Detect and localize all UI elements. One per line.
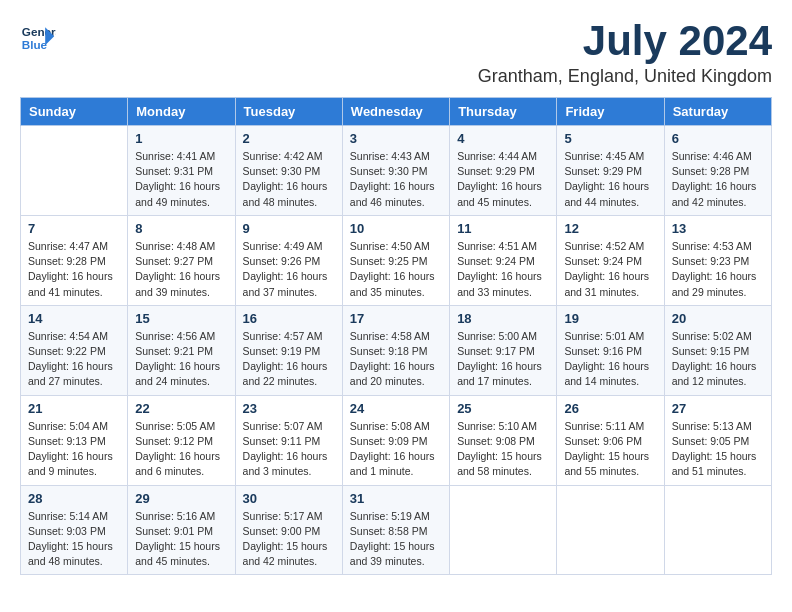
day-number: 20: [672, 311, 764, 326]
calendar-cell: 4Sunrise: 4:44 AM Sunset: 9:29 PM Daylig…: [450, 126, 557, 216]
calendar-cell: 21Sunrise: 5:04 AM Sunset: 9:13 PM Dayli…: [21, 395, 128, 485]
calendar-cell: 30Sunrise: 5:17 AM Sunset: 9:00 PM Dayli…: [235, 485, 342, 575]
day-info: Sunrise: 4:56 AM Sunset: 9:21 PM Dayligh…: [135, 329, 227, 390]
day-info: Sunrise: 4:45 AM Sunset: 9:29 PM Dayligh…: [564, 149, 656, 210]
day-info: Sunrise: 5:11 AM Sunset: 9:06 PM Dayligh…: [564, 419, 656, 480]
day-info: Sunrise: 4:44 AM Sunset: 9:29 PM Dayligh…: [457, 149, 549, 210]
header-cell-tuesday: Tuesday: [235, 98, 342, 126]
title-area: July 2024 Grantham, England, United King…: [478, 20, 772, 87]
calendar-cell: 1Sunrise: 4:41 AM Sunset: 9:31 PM Daylig…: [128, 126, 235, 216]
day-info: Sunrise: 5:02 AM Sunset: 9:15 PM Dayligh…: [672, 329, 764, 390]
day-info: Sunrise: 5:05 AM Sunset: 9:12 PM Dayligh…: [135, 419, 227, 480]
day-number: 10: [350, 221, 442, 236]
header-cell-saturday: Saturday: [664, 98, 771, 126]
day-number: 8: [135, 221, 227, 236]
day-number: 3: [350, 131, 442, 146]
day-number: 18: [457, 311, 549, 326]
day-number: 11: [457, 221, 549, 236]
calendar-cell: 8Sunrise: 4:48 AM Sunset: 9:27 PM Daylig…: [128, 215, 235, 305]
day-number: 2: [243, 131, 335, 146]
calendar-table: SundayMondayTuesdayWednesdayThursdayFrid…: [20, 97, 772, 575]
header-cell-friday: Friday: [557, 98, 664, 126]
header-cell-wednesday: Wednesday: [342, 98, 449, 126]
day-info: Sunrise: 4:42 AM Sunset: 9:30 PM Dayligh…: [243, 149, 335, 210]
day-number: 21: [28, 401, 120, 416]
calendar-cell: 24Sunrise: 5:08 AM Sunset: 9:09 PM Dayli…: [342, 395, 449, 485]
month-title: July 2024: [478, 20, 772, 62]
calendar-cell: [21, 126, 128, 216]
calendar-cell: 15Sunrise: 4:56 AM Sunset: 9:21 PM Dayli…: [128, 305, 235, 395]
calendar-cell: 2Sunrise: 4:42 AM Sunset: 9:30 PM Daylig…: [235, 126, 342, 216]
calendar-cell: 22Sunrise: 5:05 AM Sunset: 9:12 PM Dayli…: [128, 395, 235, 485]
calendar-cell: 28Sunrise: 5:14 AM Sunset: 9:03 PM Dayli…: [21, 485, 128, 575]
day-info: Sunrise: 5:07 AM Sunset: 9:11 PM Dayligh…: [243, 419, 335, 480]
header-row: SundayMondayTuesdayWednesdayThursdayFrid…: [21, 98, 772, 126]
day-info: Sunrise: 5:19 AM Sunset: 8:58 PM Dayligh…: [350, 509, 442, 570]
day-number: 15: [135, 311, 227, 326]
day-number: 1: [135, 131, 227, 146]
calendar-cell: 19Sunrise: 5:01 AM Sunset: 9:16 PM Dayli…: [557, 305, 664, 395]
location-title: Grantham, England, United Kingdom: [478, 66, 772, 87]
svg-text:Blue: Blue: [22, 38, 48, 51]
calendar-cell: 31Sunrise: 5:19 AM Sunset: 8:58 PM Dayli…: [342, 485, 449, 575]
day-number: 16: [243, 311, 335, 326]
day-number: 26: [564, 401, 656, 416]
day-info: Sunrise: 4:57 AM Sunset: 9:19 PM Dayligh…: [243, 329, 335, 390]
day-number: 22: [135, 401, 227, 416]
calendar-cell: 6Sunrise: 4:46 AM Sunset: 9:28 PM Daylig…: [664, 126, 771, 216]
header: General Blue July 2024 Grantham, England…: [20, 20, 772, 87]
header-cell-monday: Monday: [128, 98, 235, 126]
day-info: Sunrise: 4:46 AM Sunset: 9:28 PM Dayligh…: [672, 149, 764, 210]
day-number: 7: [28, 221, 120, 236]
day-number: 17: [350, 311, 442, 326]
day-info: Sunrise: 4:54 AM Sunset: 9:22 PM Dayligh…: [28, 329, 120, 390]
day-info: Sunrise: 5:00 AM Sunset: 9:17 PM Dayligh…: [457, 329, 549, 390]
day-info: Sunrise: 5:01 AM Sunset: 9:16 PM Dayligh…: [564, 329, 656, 390]
calendar-cell: 11Sunrise: 4:51 AM Sunset: 9:24 PM Dayli…: [450, 215, 557, 305]
calendar-cell: 20Sunrise: 5:02 AM Sunset: 9:15 PM Dayli…: [664, 305, 771, 395]
day-number: 27: [672, 401, 764, 416]
week-row-4: 21Sunrise: 5:04 AM Sunset: 9:13 PM Dayli…: [21, 395, 772, 485]
day-info: Sunrise: 5:16 AM Sunset: 9:01 PM Dayligh…: [135, 509, 227, 570]
day-info: Sunrise: 4:41 AM Sunset: 9:31 PM Dayligh…: [135, 149, 227, 210]
day-number: 9: [243, 221, 335, 236]
day-number: 14: [28, 311, 120, 326]
day-number: 5: [564, 131, 656, 146]
day-number: 12: [564, 221, 656, 236]
day-info: Sunrise: 4:53 AM Sunset: 9:23 PM Dayligh…: [672, 239, 764, 300]
day-info: Sunrise: 4:49 AM Sunset: 9:26 PM Dayligh…: [243, 239, 335, 300]
day-number: 4: [457, 131, 549, 146]
day-number: 25: [457, 401, 549, 416]
day-number: 24: [350, 401, 442, 416]
day-number: 30: [243, 491, 335, 506]
day-number: 6: [672, 131, 764, 146]
calendar-cell: 7Sunrise: 4:47 AM Sunset: 9:28 PM Daylig…: [21, 215, 128, 305]
calendar-cell: 13Sunrise: 4:53 AM Sunset: 9:23 PM Dayli…: [664, 215, 771, 305]
day-info: Sunrise: 4:58 AM Sunset: 9:18 PM Dayligh…: [350, 329, 442, 390]
calendar-cell: 26Sunrise: 5:11 AM Sunset: 9:06 PM Dayli…: [557, 395, 664, 485]
header-cell-thursday: Thursday: [450, 98, 557, 126]
day-info: Sunrise: 4:48 AM Sunset: 9:27 PM Dayligh…: [135, 239, 227, 300]
day-info: Sunrise: 4:47 AM Sunset: 9:28 PM Dayligh…: [28, 239, 120, 300]
week-row-3: 14Sunrise: 4:54 AM Sunset: 9:22 PM Dayli…: [21, 305, 772, 395]
logo-icon: General Blue: [20, 20, 56, 56]
week-row-1: 1Sunrise: 4:41 AM Sunset: 9:31 PM Daylig…: [21, 126, 772, 216]
day-number: 23: [243, 401, 335, 416]
day-info: Sunrise: 4:43 AM Sunset: 9:30 PM Dayligh…: [350, 149, 442, 210]
calendar-cell: [450, 485, 557, 575]
header-cell-sunday: Sunday: [21, 98, 128, 126]
day-info: Sunrise: 4:52 AM Sunset: 9:24 PM Dayligh…: [564, 239, 656, 300]
calendar-cell: 25Sunrise: 5:10 AM Sunset: 9:08 PM Dayli…: [450, 395, 557, 485]
calendar-cell: 16Sunrise: 4:57 AM Sunset: 9:19 PM Dayli…: [235, 305, 342, 395]
calendar-cell: 12Sunrise: 4:52 AM Sunset: 9:24 PM Dayli…: [557, 215, 664, 305]
calendar-cell: 14Sunrise: 4:54 AM Sunset: 9:22 PM Dayli…: [21, 305, 128, 395]
calendar-cell: 10Sunrise: 4:50 AM Sunset: 9:25 PM Dayli…: [342, 215, 449, 305]
calendar-cell: 23Sunrise: 5:07 AM Sunset: 9:11 PM Dayli…: [235, 395, 342, 485]
day-info: Sunrise: 4:50 AM Sunset: 9:25 PM Dayligh…: [350, 239, 442, 300]
day-number: 31: [350, 491, 442, 506]
calendar-cell: 5Sunrise: 4:45 AM Sunset: 9:29 PM Daylig…: [557, 126, 664, 216]
calendar-cell: 29Sunrise: 5:16 AM Sunset: 9:01 PM Dayli…: [128, 485, 235, 575]
week-row-5: 28Sunrise: 5:14 AM Sunset: 9:03 PM Dayli…: [21, 485, 772, 575]
day-info: Sunrise: 5:17 AM Sunset: 9:00 PM Dayligh…: [243, 509, 335, 570]
day-info: Sunrise: 5:08 AM Sunset: 9:09 PM Dayligh…: [350, 419, 442, 480]
